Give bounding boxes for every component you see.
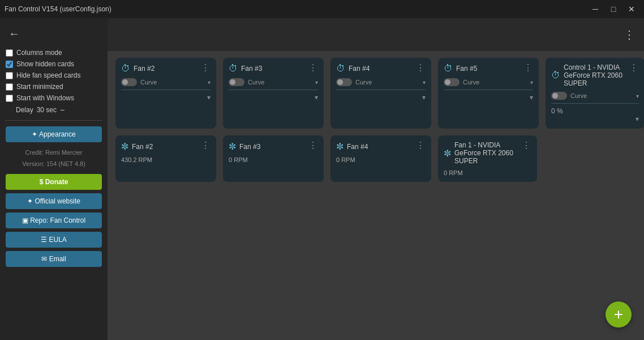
app-layout: ← Columns mode Show hidden cards Hide fa… [0,18,644,340]
card-title-row: ⏱ Control 1 - NVIDIA GeForce RTX 2060 SU… [551,63,629,87]
card-header: ⏱ Fan #4 ⋮ [336,63,426,74]
columns-mode-label: Columns mode [16,49,62,57]
main-area: ⋮ ⏱ Fan #2 ⋮ Curve [108,18,644,340]
official-website-button[interactable]: ✦ Official website [6,193,102,209]
card-divider [551,103,639,104]
fan-gauge-icon: ⏱ [229,63,238,74]
percent-value: 0 % [551,107,639,115]
toggle-switch[interactable] [229,78,244,86]
card-title-row: ⏱ Fan #4 [336,63,370,74]
checkbox-show-hidden[interactable]: Show hidden cards [6,60,102,68]
expand-icon[interactable]: ▾ [207,94,211,101]
fan-speed-card-nvidia: ✼ Fan 1 - NVIDIA GeForce RTX 2060 SUPER … [438,135,537,182]
donate-button[interactable]: $ Donate [6,174,102,190]
expand-icon[interactable]: ▾ [422,94,426,101]
card-menu-icon[interactable]: ⋮ [416,63,426,73]
titlebar: Fan Control V154 (userConfig.json) ─ □ ✕ [0,0,644,18]
add-fab-button[interactable]: + [606,301,632,328]
curve-label: Curve [355,79,419,86]
start-windows-label: Start with Windows [16,94,74,102]
credit-text: Credit: Remi Mercier [6,149,102,156]
close-button[interactable]: ✕ [624,1,639,17]
minimize-button[interactable]: ─ [587,1,603,17]
card-header: ⏱ Fan #2 ⋮ [121,63,211,74]
toggle-switch[interactable] [444,78,460,86]
speed-title-row: ✼ Fan #4 [336,141,368,152]
repo-button[interactable]: ▣ Repo: Fan Control [6,212,102,228]
card-divider [121,90,211,90]
card-menu-icon[interactable]: ⋮ [522,141,531,150]
checkbox-hide-fan-speed[interactable]: Hide fan speed cards [6,71,102,79]
fan-card-5-control: ⏱ Fan #5 ⋮ Curve ▾ ▾ [438,58,539,129]
curve-chevron-icon[interactable]: ▾ [530,79,533,86]
card-menu-icon[interactable]: ⋮ [416,141,426,150]
show-hidden-label: Show hidden cards [16,60,74,68]
card-title: Fan #5 [456,65,477,73]
toggle-switch[interactable] [121,78,137,86]
curve-label: Curve [463,79,527,86]
divider-1 [6,120,102,121]
expand-icon[interactable]: ▾ [315,94,318,101]
card-menu-icon[interactable]: ⋮ [201,141,211,150]
fan-speed-card-2: ✼ Fan #2 ⋮ 430.2 RPM [115,135,216,182]
card-menu-icon[interactable]: ⋮ [523,63,533,73]
start-minimized-checkbox[interactable] [6,83,13,91]
show-hidden-checkbox[interactable] [6,61,13,68]
delay-row: Delay 30 sec − [16,105,102,114]
fan-card-2-control: ⏱ Fan #2 ⋮ Curve ▾ ▾ [115,58,216,129]
delay-minus[interactable]: − [60,105,65,114]
card-menu-icon[interactable]: ⋮ [629,63,639,73]
toggle-curve-row: Curve ▾ [229,78,318,86]
appearance-button[interactable]: ✦ Appearance [6,126,102,142]
start-windows-checkbox[interactable] [6,95,13,102]
fan-spin-icon: ✼ [229,141,236,152]
toggle-curve-row: Curve ▾ [444,78,533,86]
fan-speed-card-3: ✼ Fan #3 ⋮ 0 RPM [223,135,324,182]
more-options-icon[interactable]: ⋮ [624,28,636,41]
card-chevron-row: ▾ [551,115,639,123]
speed-card-title: Fan 1 - NVIDIA GeForce RTX 2060 SUPER [454,141,522,165]
expand-icon[interactable]: ▾ [530,94,533,101]
toggle-curve-row: Curve ▾ [336,78,426,86]
eula-button[interactable]: ☰ EULA [6,232,102,248]
card-menu-icon[interactable]: ⋮ [308,63,318,73]
card-divider [444,90,533,90]
card-title: Fan #4 [349,65,370,73]
maximize-button[interactable]: □ [606,1,621,17]
speed-title-row: ✼ Fan 1 - NVIDIA GeForce RTX 2060 SUPER [444,141,522,165]
curve-label: Curve [140,79,204,86]
cards-row-2: ✼ Fan #2 ⋮ 430.2 RPM ✼ Fan #3 ⋮ [115,135,636,182]
rpm-value: 0 RPM [336,156,426,163]
speed-card-title: Fan #4 [347,143,368,151]
speed-header: ✼ Fan 1 - NVIDIA GeForce RTX 2060 SUPER … [444,141,531,165]
curve-chevron-icon[interactable]: ▾ [423,79,426,86]
card-header: ⏱ Fan #5 ⋮ [444,63,533,74]
card-title: Fan #2 [134,65,154,73]
rpm-value: 430.2 RPM [121,156,211,163]
fan-card-4-control: ⏱ Fan #4 ⋮ Curve ▾ ▾ [330,58,431,129]
email-button[interactable]: ✉ Email [6,251,102,267]
speed-title-row: ✼ Fan #3 [229,141,260,152]
toggle-switch[interactable] [336,78,352,86]
curve-chevron-icon[interactable]: ▾ [636,93,639,99]
speed-header: ✼ Fan #3 ⋮ [229,141,318,152]
control-card-nvidia: ⏱ Control 1 - NVIDIA GeForce RTX 2060 SU… [546,58,644,129]
toggle-switch[interactable] [551,92,567,100]
back-button[interactable]: ← [6,25,23,42]
curve-chevron-icon[interactable]: ▾ [315,79,318,86]
version-text: Version: 154 (NET 4.8) [6,160,102,167]
toggle-curve-row: Curve ▾ [551,92,639,100]
card-menu-icon[interactable]: ⋮ [308,141,318,150]
curve-chevron-icon[interactable]: ▾ [208,79,211,86]
fan-gauge-icon: ⏱ [444,63,453,74]
hide-fan-checkbox[interactable] [6,72,13,79]
columns-mode-checkbox[interactable] [6,49,13,57]
checkbox-start-minimized[interactable]: Start minimized [6,83,102,91]
card-title-row: ⏱ Fan #3 [229,63,262,74]
checkbox-columns-mode[interactable]: Columns mode [6,49,102,57]
checkbox-start-windows[interactable]: Start with Windows [6,94,102,102]
fan-gauge-icon: ⏱ [336,63,345,74]
card-chevron-row: ▾ [444,94,533,101]
expand-icon[interactable]: ▾ [636,115,639,123]
card-menu-icon[interactable]: ⋮ [201,63,211,73]
